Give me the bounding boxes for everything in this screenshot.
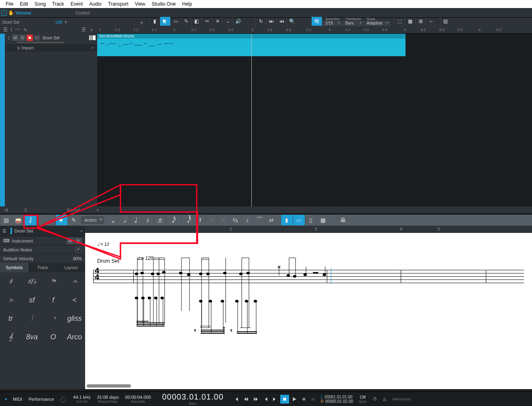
score-ruler[interactable]: 2345: [85, 226, 532, 233]
symbol-button[interactable]: ♯: [0, 272, 21, 291]
symbol-button[interactable]: 𝄾: [43, 309, 64, 328]
tab-layout[interactable]: Layout: [57, 263, 85, 272]
inspector-icon[interactable]: i: [11, 27, 12, 33]
hand-icon[interactable]: ✋: [8, 10, 14, 16]
menu-edit[interactable]: Edit: [16, 1, 31, 7]
score-arrow-tool[interactable]: [55, 215, 67, 225]
menu-studioone[interactable]: Studio One: [149, 1, 179, 7]
symbol-button[interactable]: f: [43, 291, 64, 309]
instrument-select[interactable]: Impact: [5, 44, 97, 51]
menu-song[interactable]: Song: [31, 1, 49, 7]
menu-help[interactable]: Help: [179, 1, 196, 7]
menu-event[interactable]: Event: [67, 1, 86, 7]
note-eighth-icon[interactable]: ♪: [142, 215, 154, 225]
instrument-row[interactable]: ⌨ Instrument M S: [0, 236, 85, 245]
sync-off[interactable]: Off: [360, 395, 365, 400]
continuous-view-button[interactable]: ▯: [305, 215, 317, 225]
default-velocity-value[interactable]: 80%: [73, 256, 82, 261]
track-name[interactable]: Drum Set: [43, 36, 59, 40]
symbol-button[interactable]: 𝄐: [64, 272, 85, 291]
arrow-tool[interactable]: [160, 17, 170, 26]
monitor-button[interactable]: [34, 35, 40, 41]
stop-button[interactable]: [280, 395, 289, 404]
menu-track[interactable]: Track: [49, 1, 67, 7]
marker-icon[interactable]: ▮: [149, 17, 160, 26]
rewind-button[interactable]: [242, 395, 251, 404]
rest-quarter-icon[interactable]: 𝄽: [193, 215, 205, 225]
symbol-button[interactable]: 8va: [21, 328, 43, 346]
symbol-button[interactable]: tr: [0, 309, 21, 328]
score-canvas[interactable]: 2345 ♩ = 12 Drum Set ♩ = 120 44: [85, 226, 532, 389]
automation-value[interactable]: 0dB: [55, 20, 63, 24]
perf-meter[interactable]: Performance: [29, 397, 54, 402]
menu-view[interactable]: View: [132, 1, 149, 7]
tracklist-menu-icon[interactable]: ☰: [3, 27, 8, 33]
symbol-button[interactable]: sf: [21, 291, 43, 309]
prev-marker-button[interactable]: [261, 395, 270, 404]
range-tool[interactable]: ▭: [170, 17, 181, 26]
timebase-select[interactable]: TimebaseBars: [343, 16, 363, 26]
autoscroll-icon[interactable]: ↻: [255, 17, 266, 26]
solo-button[interactable]: S: [19, 35, 26, 41]
piano-view-button[interactable]: ▤: [0, 215, 12, 225]
tie-icon[interactable]: ⁀: [253, 215, 265, 225]
erase-tool[interactable]: ◧: [191, 17, 202, 26]
click-icon[interactable]: △: [380, 395, 389, 404]
keyboard-icon[interactable]: [89, 35, 96, 40]
quantize-select[interactable]: Quantize1/16: [323, 16, 342, 26]
next-marker-button[interactable]: [271, 395, 279, 404]
bend-tool[interactable]: ⫠: [222, 17, 233, 26]
mute-tool[interactable]: ✕: [212, 17, 222, 26]
record-button[interactable]: [300, 395, 308, 404]
tab-symbols[interactable]: Symbols: [0, 263, 29, 272]
automation-target[interactable]: Drum Set: [2, 20, 19, 24]
panels-icon[interactable]: ▤: [440, 17, 450, 26]
loop-button[interactable]: [309, 395, 318, 404]
symbol-button[interactable]: Arco: [64, 328, 85, 346]
note-32nd-icon[interactable]: 𝅘𝅥𝅰: [166, 215, 178, 225]
page-view-button[interactable]: ▭: [293, 215, 305, 225]
inspector-mute[interactable]: M: [67, 238, 74, 244]
symbol-button[interactable]: <: [64, 291, 85, 309]
mute-button[interactable]: M: [12, 35, 18, 41]
rtz-button[interactable]: [232, 395, 241, 404]
menu-file[interactable]: File: [2, 1, 16, 7]
menu-audio[interactable]: Audio: [86, 1, 105, 7]
global-mute[interactable]: M: [5, 208, 8, 212]
note-half-icon[interactable]: 𝅗𝅥: [118, 215, 130, 225]
preroll-icon[interactable]: ⏱: [371, 395, 379, 404]
snap-toggle-icon[interactable]: ⬚: [394, 17, 405, 26]
velocity-mode[interactable]: Normal: [67, 208, 80, 212]
automation-mode-icon[interactable]: A: [1, 10, 7, 16]
envelope-icon[interactable]: ∿: [23, 27, 27, 33]
symbol-button[interactable]: 𝆮: [43, 272, 64, 291]
symbol-button[interactable]: 𝄞: [0, 328, 21, 346]
score-scroll-thumb[interactable]: [87, 384, 131, 388]
action-dropdown[interactable]: Action: [81, 216, 104, 224]
main-time-display[interactable]: 00003.01.01.00: [162, 392, 224, 402]
menu-transport[interactable]: Transport: [105, 1, 132, 7]
score-draw-tool[interactable]: ✎: [67, 215, 79, 225]
double-dot-icon[interactable]: ··: [217, 215, 229, 225]
score-track-select[interactable]: ☰ Drum Set: [0, 226, 85, 236]
global-solo[interactable]: S: [24, 208, 27, 212]
symbol-button[interactable]: ＞: [0, 291, 21, 309]
symbol-button[interactable]: ♯/♭: [21, 272, 43, 291]
enharmonic-icon[interactable]: ⇄: [265, 215, 277, 225]
metronome-label[interactable]: Metronome: [393, 397, 411, 401]
record-arm-button[interactable]: [26, 35, 33, 41]
audition-row[interactable]: Audition Notes: [0, 245, 85, 254]
symbol-button[interactable]: gliss: [64, 309, 85, 328]
add-track-icon[interactable]: ＋: [89, 27, 94, 33]
tuplet-icon[interactable]: ⅓: [229, 215, 241, 225]
note-quarter-icon[interactable]: ♩: [130, 215, 142, 225]
grace-icon[interactable]: ♪: [241, 215, 253, 225]
forward-button[interactable]: [251, 395, 260, 404]
inspector-solo[interactable]: S: [75, 238, 82, 244]
iq-button[interactable]: IQ: [312, 17, 322, 26]
skip-prev-icon[interactable]: ⏮: [276, 17, 287, 26]
grid-icon[interactable]: ▦: [405, 17, 415, 26]
ripple-icon[interactable]: ↔: [426, 17, 436, 26]
snap-select[interactable]: SnapAdaptive: [364, 16, 390, 26]
arrange-canvas[interactable]: Tom Brechtlein Drums: [97, 34, 532, 206]
